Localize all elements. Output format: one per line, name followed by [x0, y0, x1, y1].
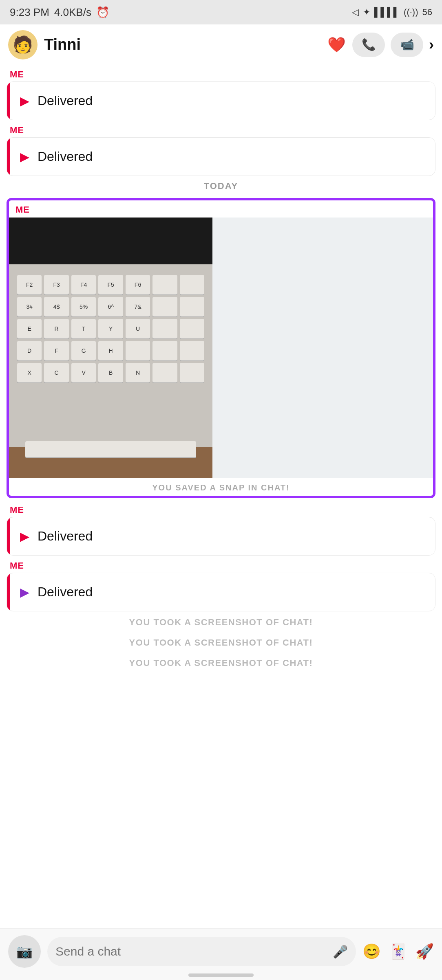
message-content-5: ▶ Delivered [10, 573, 435, 611]
me-label-5: ME [0, 556, 442, 573]
message-row-2: ▶ Delivered [7, 137, 435, 176]
snap-me-label: ME [9, 200, 433, 218]
sticker-button[interactable]: 🃏 [389, 943, 407, 960]
spacebar [25, 441, 196, 457]
message-row-5: ▶ Delivered [7, 573, 435, 611]
screenshot-notice-1: YOU TOOK A SCREENSHOT OF CHAT! [0, 612, 442, 633]
key-7: 7& [126, 297, 150, 316]
camera-button[interactable]: 📷 [8, 935, 41, 968]
chat-area: ME ▶ Delivered ME ▶ Delivered TODAY ME F… [0, 65, 442, 743]
delivered-text-2: Delivered [38, 149, 93, 164]
key-3: 3# [17, 297, 42, 316]
keyboard-keys: F2 F3 F4 F5 F6 3# 4$ 5% 6^ 7& [17, 275, 204, 382]
today-separator: TODAY [0, 177, 442, 196]
status-right: ◁ ✦ ▌▌▌▌ ((·)) 56 [352, 7, 432, 18]
key-d: D [17, 341, 42, 360]
key-g: G [71, 341, 96, 360]
key-blank9 [180, 341, 204, 360]
key-blank7 [126, 341, 150, 360]
home-indicator [188, 973, 254, 977]
key-blank11 [180, 363, 204, 382]
alarm-icon: ⏰ [96, 6, 109, 19]
screenshot-notice-2: YOU TOOK A SCREENSHOT OF CHAT! [0, 633, 442, 653]
key-u: U [126, 319, 150, 338]
avatar[interactable]: 🧑 [8, 30, 38, 59]
message-content-1: ▶ Delivered [10, 82, 435, 120]
snap-keyboard-image: F2 F3 F4 F5 F6 3# 4$ 5% 6^ 7& [9, 218, 212, 478]
header-actions: 📞 📹 › [352, 33, 434, 57]
me-label-2: ME [0, 121, 442, 137]
more-options-button[interactable]: › [429, 36, 434, 53]
snap-message-container: ME F2 F3 F4 F5 F6 3# 4$ 5% [7, 198, 435, 498]
chat-input-wrap[interactable]: 🎤 [47, 937, 356, 966]
call-button[interactable]: 📞 [352, 33, 385, 57]
key-blank6 [180, 319, 204, 338]
speed-label: 4.0KB/s [54, 6, 91, 19]
left-bar-4 [7, 517, 10, 555]
key-h: H [98, 341, 123, 360]
delivered-text-5: Delivered [38, 584, 93, 600]
key-blank8 [152, 341, 177, 360]
key-b: B [98, 363, 123, 382]
me-label-4: ME [0, 501, 442, 517]
emoji-button[interactable]: 😊 [362, 943, 381, 960]
left-bar-1 [7, 82, 10, 120]
contact-name: Tinni [44, 36, 325, 53]
key-c: C [44, 363, 69, 382]
key-t: T [71, 319, 96, 338]
key-blank10 [152, 363, 177, 382]
key-f: F [44, 341, 69, 360]
wifi-icon: ((·)) [404, 7, 418, 18]
key-f4: F4 [71, 275, 96, 294]
time-label: 9:23 PM [10, 6, 49, 19]
key-f6: F6 [126, 275, 150, 294]
chat-input[interactable] [55, 945, 333, 958]
key-blank5 [152, 319, 177, 338]
bluetooth-icon: ✦ [363, 7, 370, 18]
left-bar-5 [7, 573, 10, 611]
key-e: E [17, 319, 42, 338]
key-y: Y [98, 319, 123, 338]
key-n: N [126, 363, 150, 382]
delivered-text-1: Delivered [38, 93, 93, 108]
camera-icon: 📷 [16, 944, 33, 959]
key-blank2 [180, 275, 204, 294]
battery-label: 56 [422, 7, 432, 18]
key-4: 4$ [44, 297, 69, 316]
key-v: V [71, 363, 96, 382]
key-blank4 [180, 297, 204, 316]
key-blank3 [152, 297, 177, 316]
snap-image-area[interactable]: F2 F3 F4 F5 F6 3# 4$ 5% 6^ 7& [9, 218, 433, 478]
bottom-bar: 📷 🎤 😊 🃏 🚀 [0, 928, 442, 980]
navigation-icon: ◁ [352, 7, 359, 18]
arrow-icon-1: ▶ [20, 94, 29, 108]
key-5: 5% [71, 297, 96, 316]
me-label-1: ME [0, 65, 442, 81]
keyboard-sim: F2 F3 F4 F5 F6 3# 4$ 5% 6^ 7& [9, 218, 212, 478]
left-bar-2 [7, 138, 10, 176]
message-row-4: ▶ Delivered [7, 517, 435, 556]
snap-saved-label: YOU SAVED A SNAP IN CHAT! [9, 478, 433, 496]
message-content-2: ▶ Delivered [10, 138, 435, 176]
key-r: R [44, 319, 69, 338]
heart-icon: ❤️ [327, 36, 346, 53]
key-x: X [17, 363, 42, 382]
arrow-icon-4: ▶ [20, 529, 29, 543]
video-call-button[interactable]: 📹 [391, 33, 423, 57]
rocket-button[interactable]: 🚀 [415, 943, 434, 960]
message-content-4: ▶ Delivered [10, 517, 435, 555]
key-blank1 [152, 275, 177, 294]
snap-right-area [212, 218, 433, 478]
screenshot-notice-3: YOU TOOK A SCREENSHOT OF CHAT! [0, 653, 442, 673]
key-f5: F5 [98, 275, 123, 294]
key-6: 6^ [98, 297, 123, 316]
status-left: 9:23 PM 4.0KB/s ⏰ [10, 6, 109, 19]
arrow-icon-2: ▶ [20, 149, 29, 164]
mic-button[interactable]: 🎤 [333, 945, 348, 959]
bottom-icons: 😊 🃏 🚀 [362, 943, 434, 960]
chat-header: 🧑 Tinni ❤️ 📞 📹 › [0, 24, 442, 65]
key-f3: F3 [44, 275, 69, 294]
delivered-text-4: Delivered [38, 529, 93, 544]
arrow-icon-5: ▶ [20, 585, 29, 599]
key-f2: F2 [17, 275, 42, 294]
